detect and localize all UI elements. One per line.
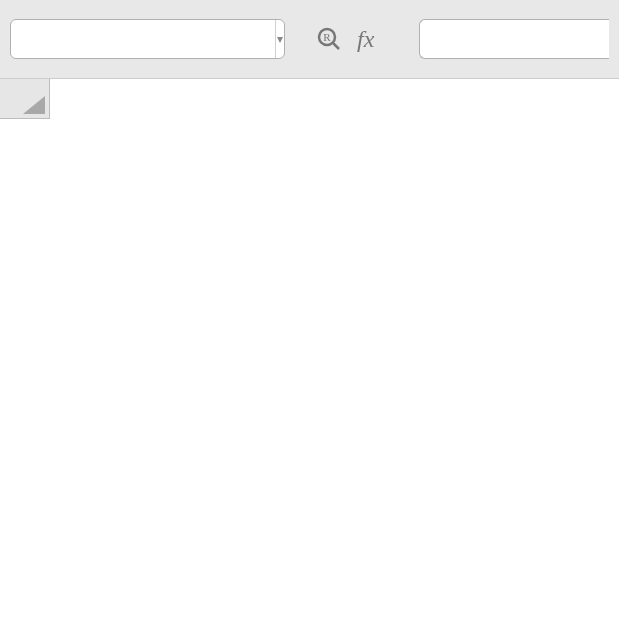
formula-tools: R fx xyxy=(315,25,389,53)
select-all-corner[interactable] xyxy=(0,79,50,119)
fx-icon[interactable]: fx xyxy=(357,25,389,53)
name-box-container: ▾ xyxy=(10,19,285,59)
search-formula-icon[interactable]: R xyxy=(315,25,343,53)
name-box[interactable] xyxy=(11,26,275,52)
svg-text:fx: fx xyxy=(357,26,375,52)
chevron-down-icon: ▾ xyxy=(277,32,283,46)
svg-text:R: R xyxy=(323,31,331,43)
name-box-dropdown[interactable]: ▾ xyxy=(275,20,284,58)
toolbar: ▾ R fx xyxy=(0,0,619,79)
header-row xyxy=(0,79,619,119)
formula-bar[interactable] xyxy=(419,19,609,59)
svg-line-1 xyxy=(333,43,339,49)
